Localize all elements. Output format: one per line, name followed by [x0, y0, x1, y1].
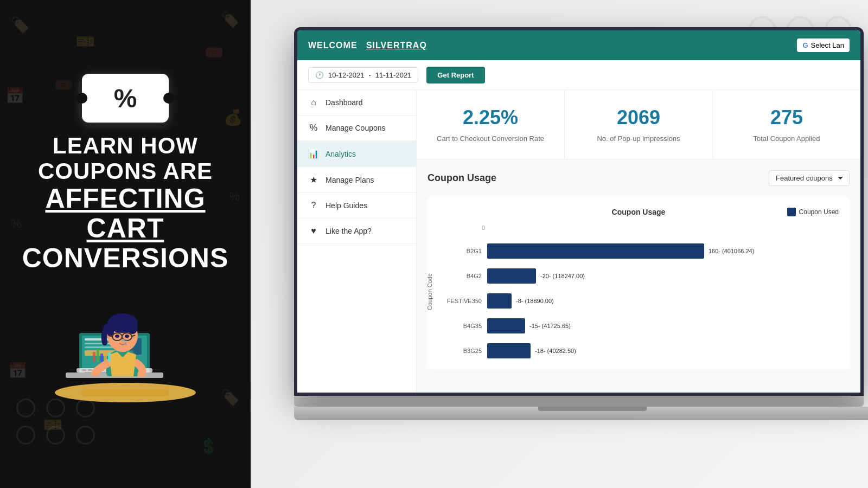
bar-value-festive350: -8- (18890.00) [516, 298, 554, 304]
bar-label-b2g1: B2G1 [433, 248, 482, 254]
sidebar-item-like-app[interactable]: ♥ Like the App? [297, 219, 416, 244]
google-translate-button[interactable]: G Select Lan [797, 38, 850, 52]
bar-row-b4g35: B4G35 -15- (41725.65) [482, 318, 839, 333]
bar-row-b3g25: B3G25 -18- (40282.50) [482, 343, 839, 358]
left-panel: 🏷️ 🎫 🏷️ 🎟️ 📅 💰 🎟️ 📅 🏷️ 🎫 💲 % % % LEARN H… [0, 0, 251, 488]
legend-color-box [787, 208, 796, 216]
percent-icon: % [308, 123, 319, 133]
sidebar-item-help-guides[interactable]: ? Help Guides [297, 193, 416, 219]
coupon-value: 275 [724, 106, 850, 129]
calendar-icon: 🕐 [315, 71, 324, 79]
stat-card-popup: 2069 No. of Pop-up impressions [565, 90, 713, 159]
person-illustration: 🛒 [39, 284, 212, 414]
conversion-rate-value: 2.25% [427, 106, 553, 129]
chart-inner-title: Coupon Usage [438, 208, 839, 216]
legend-label: Coupon Used [799, 208, 839, 216]
laptop-keyboard [294, 396, 864, 407]
bar-value-b4g2: -20- (118247.00) [540, 273, 585, 279]
sidebar-label-manage-coupons: Manage Coupons [326, 124, 386, 132]
bar-label-b3g25: B3G25 [433, 348, 482, 354]
bar-fill-b3g25 [487, 343, 531, 358]
headline-line1: LEARN HOW [16, 133, 234, 158]
bar-wrapper-b4g2: -20- (118247.00) [487, 268, 839, 284]
svg-point-26 [91, 371, 100, 376]
svg-rect-44 [108, 352, 111, 362]
svg-rect-12 [82, 369, 86, 371]
svg-point-36 [115, 335, 119, 338]
svg-text:🛒: 🛒 [121, 337, 129, 345]
laptop-screen: WELCOME SILVERTRAQ G Select Lan 🕐 10-12-… [294, 27, 864, 396]
bar-fill-festive350 [487, 293, 512, 309]
sidebar-label-like-app: Like the App? [326, 227, 372, 235]
laptop-container: WELCOME SILVERTRAQ G Select Lan 🕐 10-12-… [294, 27, 868, 488]
svg-rect-40 [93, 352, 95, 362]
bar-wrapper-b3g25: -18- (40282.50) [487, 343, 839, 358]
chart-container: Coupon Usage Coupon Used Coupon Code 0 [427, 197, 850, 369]
coupon-ticket: % [82, 74, 169, 123]
sidebar-item-dashboard[interactable]: ⌂ Dashboard [297, 90, 416, 115]
sidebar-label-manage-plans: Manage Plans [326, 176, 374, 184]
svg-rect-41 [97, 349, 99, 362]
bar-label-b4g2: B4G2 [433, 273, 482, 279]
chart-header: Coupon Usage Featured coupons All coupon… [427, 170, 850, 186]
sidebar-label-analytics: Analytics [326, 150, 356, 158]
date-separator: - [369, 71, 371, 79]
popup-value: 2069 [576, 106, 701, 129]
bar-value-b2g1: 160- (401066.24) [709, 248, 754, 254]
headline-line3: AFFECTING CART [16, 184, 234, 243]
stat-card-conversion: 2.25% Cart to Checkout Conversion Rate [417, 90, 565, 159]
welcome-text: WELCOME SILVERTRAQ [308, 41, 427, 50]
svg-point-27 [137, 372, 146, 377]
username-label: SILVERTRAQ [366, 41, 427, 50]
headline-line2: COUPONS ARE [16, 159, 234, 184]
popup-label: No. of Pop-up impressions [576, 134, 701, 143]
date-start: 10-12-2021 [328, 71, 365, 79]
right-panel: WELCOME SILVERTRAQ G Select Lan 🕐 10-12-… [251, 0, 868, 488]
bar-wrapper-b2g1: 160- (401066.24) [487, 243, 839, 259]
zero-line: 0 [482, 224, 839, 231]
home-icon: ⌂ [308, 98, 319, 107]
google-icon: G [802, 41, 808, 49]
bar-row-b4g2: B4G2 -20- (118247.00) [482, 268, 839, 284]
sidebar-item-manage-plans[interactable]: ★ Manage Plans [297, 167, 416, 193]
analytics-icon: 📊 [308, 149, 319, 159]
sidebar-item-manage-coupons[interactable]: % Manage Coupons [297, 115, 416, 141]
date-end: 11-11-2021 [375, 71, 412, 79]
bar-chart: Coupon Code 0 B2G1 160- (401066.24) [438, 224, 839, 358]
bar-fill-b4g35 [487, 318, 525, 333]
sidebar-item-analytics[interactable]: 📊 Analytics [297, 141, 416, 167]
bar-fill-b2g1 [487, 243, 704, 259]
chart-section: Coupon Usage Featured coupons All coupon… [417, 159, 860, 380]
sidebar: ⌂ Dashboard % Manage Coupons 📊 Analytics [297, 90, 417, 393]
chart-legend: Coupon Used [787, 208, 839, 216]
translate-label: Select Lan [811, 41, 844, 49]
heart-icon: ♥ [308, 226, 319, 236]
stat-card-coupon: 275 Total Coupon Applied [713, 90, 860, 159]
bar-label-b4g35: B4G35 [433, 323, 482, 329]
coupon-label: Total Coupon Applied [724, 134, 850, 143]
content-area: 2.25% Cart to Checkout Conversion Rate 2… [417, 90, 860, 393]
bar-row-b2g1: B2G1 160- (401066.24) [482, 243, 839, 259]
headline-line4: CONVERSIONS [16, 243, 234, 273]
bar-label-festive350: FESTIVE350 [433, 298, 482, 304]
y-axis-label: Coupon Code [426, 273, 433, 310]
bar-value-b4g35: -15- (41725.65) [529, 323, 571, 329]
headline-container: LEARN HOW COUPONS ARE AFFECTING CART CON… [0, 133, 251, 273]
welcome-label: WELCOME [308, 41, 358, 50]
date-bar: 🕐 10-12-2021 - 11-11-2021 Get Report [297, 60, 860, 90]
coupon-icon-wrapper: % [82, 74, 169, 123]
svg-rect-43 [104, 350, 107, 362]
bar-value-b3g25: -18- (40282.50) [535, 348, 576, 354]
date-range-input[interactable]: 🕐 10-12-2021 - 11-11-2021 [308, 67, 418, 83]
app-header: WELCOME SILVERTRAQ G Select Lan [297, 30, 860, 60]
conversion-rate-label: Cart to Checkout Conversion Rate [427, 134, 553, 143]
svg-rect-1 [82, 390, 169, 396]
get-report-button[interactable]: Get Report [426, 67, 484, 84]
app-body: ⌂ Dashboard % Manage Coupons 📊 Analytics [297, 90, 860, 393]
bar-wrapper-b4g35: -15- (41725.65) [487, 318, 839, 333]
screen-content: WELCOME SILVERTRAQ G Select Lan 🕐 10-12-… [297, 30, 860, 393]
bar-wrapper-festive350: -8- (18890.00) [487, 293, 839, 309]
help-icon: ? [308, 201, 319, 210]
bar-row-festive350: FESTIVE350 -8- (18890.00) [482, 293, 839, 309]
featured-coupons-select[interactable]: Featured coupons All coupons [769, 170, 850, 186]
